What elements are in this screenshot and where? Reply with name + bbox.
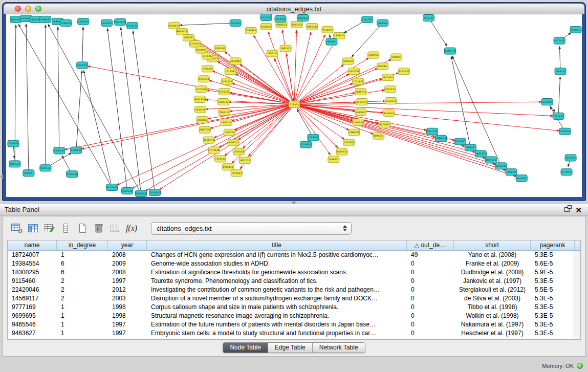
graph-node[interactable]: 8549332 [336,148,347,155]
graph-node[interactable]: 1261024 [198,76,209,82]
table-row[interactable]: 1872400712008Changes of HCN gene express… [8,251,574,259]
graph-node[interactable]: 1284932 [368,52,379,58]
graph-node[interactable]: 9558232 [322,26,333,33]
float-panel-icon[interactable] [564,207,570,212]
graph-node[interactable]: 3216131 [356,99,367,105]
graph-node[interactable]: 1818312 [202,53,213,59]
delete-column-button[interactable] [91,221,107,236]
table-mode-button[interactable] [9,221,25,236]
graph-node[interactable]: 1216132 [385,98,397,104]
collapse-panel-arrow[interactable] [0,174,3,179]
graph-node[interactable]: 1956404 [202,65,213,72]
tab-network-table[interactable]: Network Table [312,343,365,353]
graph-node[interactable]: 1838112 [217,99,229,105]
network-window-titlebar[interactable]: citations_edges.txt [4,4,584,14]
graph-node[interactable]: 1662512 [280,45,291,52]
graph-node[interactable]: 7610423 [231,170,242,177]
graph-node[interactable]: 1206032 [60,19,72,26]
graph-node[interactable]: 1875131 [385,86,396,93]
graph-node[interactable]: 1845131 [555,68,566,75]
graph-node[interactable]: 9773836 [208,147,220,154]
graph-node[interactable]: 1636714 [203,137,214,143]
column-header-out_de[interactable]: △ out_de… [407,240,454,251]
graph-node[interactable]: 1880031 [30,16,41,23]
graph-node[interactable]: 2053331 [77,62,88,69]
graph-node[interactable]: 9275132 [106,184,118,191]
column-header-short[interactable]: short [454,240,531,251]
column-header-name[interactable]: name [8,240,57,251]
graph-node[interactable]: 1656621 [260,23,272,30]
graph-node[interactable]: 1924831 [570,26,581,33]
graph-node[interactable]: 1602331 [115,18,126,25]
graph-node[interactable]: 4275284 [195,86,207,93]
graph-node[interactable]: 1956523 [168,22,180,29]
close-panel-icon[interactable]: ✕ [575,205,582,215]
graph-node[interactable]: 6791932 [454,138,466,145]
graph-node[interactable]: 1094232 [495,163,507,169]
network-canvas[interactable]: 1724052081343181841319564041261024427528… [6,14,582,197]
graph-node[interactable]: 1894131 [485,157,496,163]
graph-node[interactable]: 1622231 [349,68,360,75]
graph-node[interactable]: 1637112 [239,157,250,164]
graph-node[interactable]: 1866731 [435,135,447,142]
graph-node[interactable]: 1595831 [541,99,553,105]
column-header-pagerank[interactable]: pagerank [531,240,575,251]
graph-node[interactable]: 8096531 [373,133,384,139]
graph-node[interactable]: 1636122 [221,119,232,125]
graph-node[interactable]: 1621632 [553,113,564,119]
row-height-button[interactable] [58,221,74,236]
graph-node[interactable]: 1936441 [222,164,233,170]
graph-node[interactable]: 1830219 [194,106,206,113]
table-selector-dropdown[interactable]: citations_edges.txt [151,222,352,235]
graph-node[interactable]: 7771632 [353,78,364,85]
network-graph[interactable]: 1724052081343181841319564041261024427528… [6,14,582,197]
graph-node[interactable]: 1877532 [382,74,394,81]
graph-node[interactable]: 1830212 [267,50,278,57]
graph-node[interactable]: 1781631 [559,128,571,135]
graph-node[interactable]: 1860032 [197,116,208,123]
graph-node[interactable]: 4751232 [219,89,230,95]
graph-node[interactable]: 7850831 [377,63,388,70]
graph-node[interactable]: 9861331 [307,23,318,30]
graph-node[interactable]: 1602531 [10,16,21,23]
table-row[interactable]: 969969511998Structural magnetic resonanc… [8,312,574,320]
table-scrollbar[interactable] [574,251,580,339]
tab-edge-table[interactable]: Edge Table [268,343,312,353]
graph-node[interactable]: 4420082 [230,58,241,64]
graph-node[interactable]: 8600121 [176,28,187,35]
graph-node[interactable]: 1646733 [355,89,366,95]
function-builder-button[interactable]: f(x) [123,221,140,236]
graph-node[interactable]: 2518932 [71,147,82,154]
graph-node[interactable]: 1636214 [224,129,235,136]
graph-node[interactable]: 1602632 [377,19,388,26]
tab-node-table[interactable]: Node Table [223,343,268,353]
graph-node[interactable]: 2204031 [353,119,364,125]
graph-node[interactable]: 9797432 [399,68,410,75]
column-header-year[interactable]: year [108,240,147,251]
graph-node[interactable]: 2260532 [183,34,194,41]
graph-node[interactable]: 4420021 [195,47,207,53]
graph-node[interactable]: 1813031 [275,15,286,22]
graph-node[interactable]: 1866432 [349,129,360,136]
graph-node[interactable]: 9099212 [228,139,239,146]
column-header-in_degree[interactable]: in_degree [57,240,108,251]
table-row[interactable]: 977716911998Corpus callosum shape and si… [8,303,574,312]
graph-node[interactable]: 2057632 [101,19,113,26]
graph-node[interactable]: 9505231 [67,171,78,178]
graph-node[interactable]: 1803532 [9,161,20,167]
graph-node[interactable]: 9491339 [194,96,205,103]
graph-node[interactable]: 9505132 [40,165,51,171]
graph-node[interactable]: 1619931 [8,140,19,147]
graph-node[interactable]: 1694331 [506,169,517,176]
graph-node[interactable]: 1920132 [127,22,138,29]
graph-node[interactable]: 1275423 [189,40,201,47]
graph-node[interactable]: 1980032 [40,16,51,23]
graph-node[interactable]: 8575832 [379,121,390,128]
graph-node[interactable]: 1617532 [427,128,438,135]
graph-node[interactable]: 2485031 [391,54,402,60]
graph-node[interactable]: 9572332 [260,14,272,20]
column-header-title[interactable]: title [147,240,407,251]
graph-node[interactable]: 1905831 [23,170,34,177]
table-row[interactable]: 1830029562008Estimation of significance … [8,268,574,277]
table-row[interactable]: 946554611997Estimation of the future num… [8,320,574,329]
